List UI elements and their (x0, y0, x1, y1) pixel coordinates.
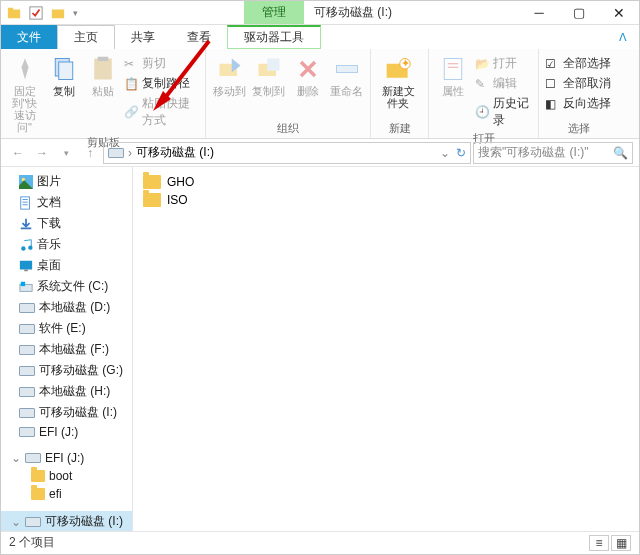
svg-rect-18 (21, 196, 30, 208)
svg-rect-3 (52, 9, 64, 18)
context-tab-manage[interactable]: 管理 (244, 1, 304, 24)
ribbon-collapse-icon[interactable]: ᐱ (607, 25, 639, 49)
tab-home[interactable]: 主页 (57, 25, 115, 49)
pin-icon (11, 55, 39, 83)
selectnone-icon: ☐ (545, 77, 559, 91)
music-icon (19, 238, 33, 252)
file-list[interactable]: GHO ISO (133, 167, 639, 531)
tab-file[interactable]: 文件 (1, 25, 57, 49)
nav-removable-root[interactable]: ⌄可移动磁盘 (I:) (1, 511, 132, 531)
back-button[interactable]: ← (7, 142, 29, 164)
nav-desktop[interactable]: 桌面 (1, 255, 132, 276)
tab-drive-tools[interactable]: 驱动器工具 (227, 25, 321, 49)
nav-drive-h[interactable]: 本地磁盘 (H:) (1, 381, 132, 402)
nav-downloads[interactable]: 下载 (1, 213, 132, 234)
svg-rect-19 (21, 227, 32, 229)
paste-shortcut-button[interactable]: 🔗粘贴快捷方式 (124, 95, 199, 129)
paste-button[interactable]: 粘贴 (85, 53, 120, 97)
rename-button[interactable]: 重命名 (329, 53, 364, 97)
pin-quickaccess-button[interactable]: 固定到"快速访问" (7, 53, 42, 133)
invert-button[interactable]: ◧反向选择 (545, 95, 611, 112)
nav-drive-j[interactable]: EFI (J:) (1, 423, 132, 441)
group-new: 新建 (377, 119, 422, 136)
cut-button[interactable]: ✂剪切 (124, 55, 199, 72)
folder-icon (143, 193, 161, 207)
maximize-button[interactable]: ▢ (559, 1, 599, 25)
folder-small-icon (51, 6, 65, 20)
svg-rect-15 (444, 59, 462, 80)
downloads-icon (19, 217, 33, 231)
nav-drive-d[interactable]: 本地磁盘 (D:) (1, 297, 132, 318)
path-icon: 📋 (124, 77, 138, 91)
delete-icon (294, 55, 322, 83)
moveto-icon (216, 55, 244, 83)
svg-rect-7 (97, 57, 108, 61)
nav-drive-e[interactable]: 软件 (E:) (1, 318, 132, 339)
search-placeholder: 搜索"可移动磁盘 (I:)" (478, 144, 589, 161)
scissors-icon: ✂ (124, 57, 138, 71)
nav-pictures[interactable]: 图片 (1, 171, 132, 192)
copy-icon (50, 55, 78, 83)
shortcut-icon: 🔗 (124, 105, 138, 119)
folder-icon (31, 470, 45, 482)
group-organize: 组织 (212, 119, 364, 136)
list-item[interactable]: GHO (143, 175, 629, 189)
forward-button[interactable]: → (31, 142, 53, 164)
view-details-button[interactable]: ≡ (589, 535, 609, 551)
rename-icon (333, 55, 361, 83)
svg-rect-23 (24, 269, 28, 271)
properties-icon (439, 55, 467, 83)
history-button[interactable]: 🕘历史记录 (475, 95, 532, 129)
minimize-button[interactable]: ─ (519, 1, 559, 25)
nav-boot[interactable]: boot (1, 467, 132, 485)
svg-rect-22 (20, 260, 32, 269)
nav-tree[interactable]: 图片 文档 下载 音乐 桌面 系统文件 (C:) 本地磁盘 (D:) 软件 (E… (1, 167, 133, 531)
open-button[interactable]: 📂打开 (475, 55, 532, 72)
nav-drive-f[interactable]: 本地磁盘 (F:) (1, 339, 132, 360)
check-icon[interactable] (29, 6, 43, 20)
edit-button[interactable]: ✎编辑 (475, 75, 532, 92)
address-dropdown-icon[interactable]: ⌄ (440, 146, 450, 160)
newfolder-icon: ✦ (384, 55, 412, 83)
properties-button[interactable]: 属性 (435, 53, 471, 97)
copyto-button[interactable]: 复制到 (251, 53, 286, 97)
drive-icon (108, 148, 124, 158)
svg-point-20 (21, 246, 25, 250)
selectall-button[interactable]: ☑全部选择 (545, 55, 611, 72)
nav-drive-g[interactable]: 可移动磁盘 (G:) (1, 360, 132, 381)
view-icons-button[interactable]: ▦ (611, 535, 631, 551)
copyto-icon (255, 55, 283, 83)
list-item[interactable]: ISO (143, 193, 629, 207)
newfolder-button[interactable]: ✦新建文件夹 (377, 53, 419, 109)
address-text: 可移动磁盘 (I:) (136, 144, 214, 161)
tab-view[interactable]: 查看 (171, 25, 227, 49)
recent-dropdown[interactable]: ▾ (55, 142, 77, 164)
open-icon: 📂 (475, 57, 489, 71)
nav-documents[interactable]: 文档 (1, 192, 132, 213)
drive-icon (19, 303, 35, 313)
selectnone-button[interactable]: ☐全部取消 (545, 75, 611, 92)
refresh-icon[interactable]: ↻ (456, 146, 466, 160)
delete-button[interactable]: 删除 (290, 53, 325, 97)
qat-dropdown-icon[interactable]: ▾ (73, 8, 78, 18)
nav-drive-c[interactable]: 系统文件 (C:) (1, 276, 132, 297)
search-input[interactable]: 搜索"可移动磁盘 (I:)" 🔍 (473, 142, 633, 164)
svg-rect-5 (58, 62, 72, 80)
search-icon[interactable]: 🔍 (613, 146, 628, 160)
history-icon: 🕘 (475, 105, 489, 119)
nav-efi[interactable]: efi (1, 485, 132, 503)
tab-share[interactable]: 共享 (115, 25, 171, 49)
edit-icon: ✎ (475, 77, 489, 91)
address-bar[interactable]: › 可移动磁盘 (I:) ⌄ ↻ (103, 142, 471, 164)
svg-rect-10 (267, 59, 279, 71)
up-button[interactable]: ↑ (79, 142, 101, 164)
copy-path-button[interactable]: 📋复制路径 (124, 75, 199, 92)
nav-music[interactable]: 音乐 (1, 234, 132, 255)
nav-efi-root[interactable]: ⌄EFI (J:) (1, 449, 132, 467)
nav-drive-i[interactable]: 可移动磁盘 (I:) (1, 402, 132, 423)
paste-icon (89, 55, 117, 83)
moveto-button[interactable]: 移动到 (212, 53, 247, 97)
copy-button[interactable]: 复制 (46, 53, 81, 97)
close-button[interactable]: ✕ (599, 1, 639, 25)
svg-text:✦: ✦ (401, 57, 410, 69)
